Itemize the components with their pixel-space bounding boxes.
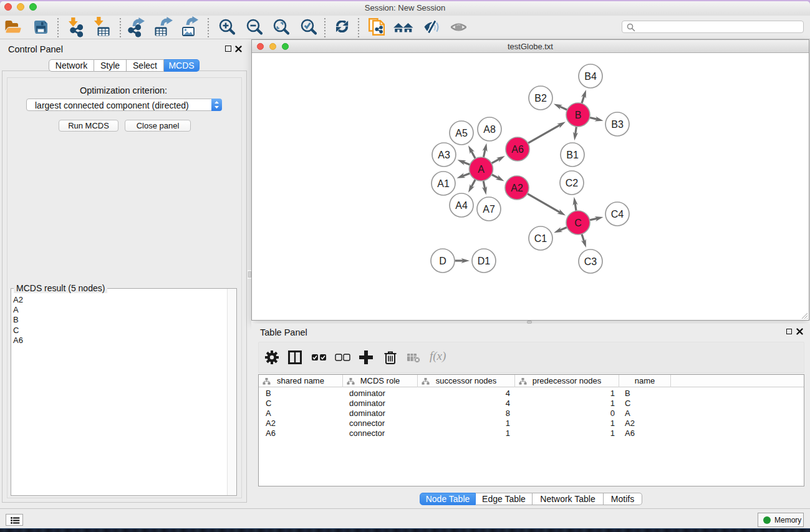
svg-text:A2: A2 — [511, 183, 523, 193]
svg-text:A3: A3 — [438, 150, 450, 160]
svg-text:B2: B2 — [534, 93, 547, 104]
svg-text:C4: C4 — [611, 209, 624, 220]
svg-text:B3: B3 — [611, 119, 624, 130]
svg-text:D: D — [439, 256, 446, 266]
svg-text:A: A — [478, 164, 485, 175]
svg-text:B1: B1 — [566, 150, 579, 160]
svg-text:A7: A7 — [483, 204, 495, 215]
svg-text:A1: A1 — [437, 178, 450, 189]
svg-text:A8: A8 — [483, 124, 496, 135]
svg-text:C2: C2 — [566, 178, 579, 188]
svg-text:C3: C3 — [584, 256, 597, 267]
svg-text:B: B — [575, 110, 582, 120]
svg-text:A5: A5 — [455, 128, 468, 138]
svg-text:D1: D1 — [478, 256, 491, 266]
svg-text:A6: A6 — [511, 144, 524, 155]
svg-text:B4: B4 — [584, 71, 597, 82]
svg-text:C: C — [574, 218, 582, 228]
svg-text:A4: A4 — [455, 200, 468, 211]
svg-text:C1: C1 — [534, 233, 547, 244]
